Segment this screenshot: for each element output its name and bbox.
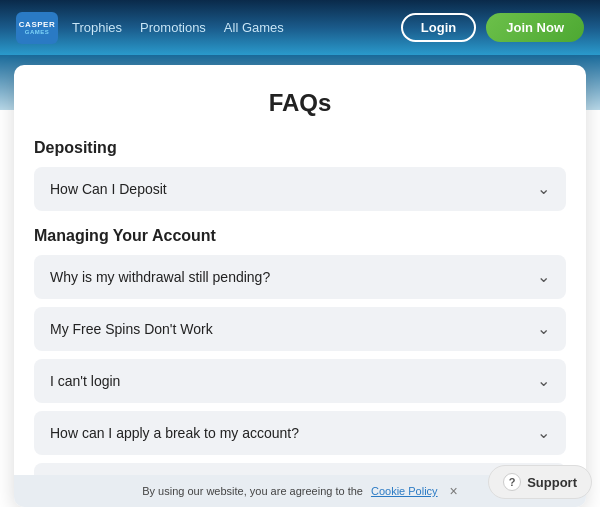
- faq-item-label-withdrawal: Why is my withdrawal still pending?: [50, 269, 270, 285]
- faq-item-free-spins[interactable]: My Free Spins Don't Work ⌄: [34, 307, 566, 351]
- faq-section-depositing: Depositing How Can I Deposit ⌄: [34, 139, 566, 211]
- support-button[interactable]: ? Support: [488, 465, 592, 499]
- cookie-text: By using our website, you are agreeing t…: [142, 485, 363, 497]
- chevron-down-icon: ⌄: [537, 181, 550, 197]
- nav-all-games[interactable]: All Games: [224, 20, 284, 35]
- logo-text-games: GAMES: [25, 29, 50, 35]
- chevron-down-icon: ⌄: [537, 321, 550, 337]
- nav-promotions[interactable]: Promotions: [140, 20, 206, 35]
- nav-links: Trophies Promotions All Games: [72, 20, 284, 35]
- logo-text-casper: CASPER: [19, 20, 55, 29]
- support-label: Support: [527, 475, 577, 490]
- logo-box: CASPER GAMES: [16, 12, 58, 44]
- faq-item-label-free-spins: My Free Spins Don't Work: [50, 321, 213, 337]
- faq-modal: FAQs Depositing How Can I Deposit ⌄ Mana…: [14, 65, 586, 507]
- chevron-down-icon: ⌄: [537, 425, 550, 441]
- chevron-down-icon: ⌄: [537, 269, 550, 285]
- nav-trophies[interactable]: Trophies: [72, 20, 122, 35]
- faq-item-label-login: I can't login: [50, 373, 120, 389]
- faq-item-label-deposit: How Can I Deposit: [50, 181, 167, 197]
- faq-section-managing: Managing Your Account Why is my withdraw…: [34, 227, 566, 507]
- faq-item-deposit[interactable]: How Can I Deposit ⌄: [34, 167, 566, 211]
- faq-item-break[interactable]: How can I apply a break to my account? ⌄: [34, 411, 566, 455]
- faq-inner: FAQs Depositing How Can I Deposit ⌄ Mana…: [14, 65, 586, 507]
- faq-item-withdrawal[interactable]: Why is my withdrawal still pending? ⌄: [34, 255, 566, 299]
- faq-section-title-depositing: Depositing: [34, 139, 566, 157]
- cookie-close-button[interactable]: ×: [450, 483, 458, 499]
- cookie-policy-link[interactable]: Cookie Policy: [371, 485, 438, 497]
- faq-item-login[interactable]: I can't login ⌄: [34, 359, 566, 403]
- header: CASPER GAMES Trophies Promotions All Gam…: [0, 0, 600, 55]
- faq-item-label-break: How can I apply a break to my account?: [50, 425, 299, 441]
- logo: CASPER GAMES: [16, 12, 58, 44]
- login-button[interactable]: Login: [401, 13, 476, 42]
- faq-title: FAQs: [34, 89, 566, 117]
- chevron-down-icon: ⌄: [537, 373, 550, 389]
- join-button[interactable]: Join Now: [486, 13, 584, 42]
- support-icon: ?: [503, 473, 521, 491]
- faq-section-title-managing: Managing Your Account: [34, 227, 566, 245]
- nav-right: Login Join Now: [401, 13, 584, 42]
